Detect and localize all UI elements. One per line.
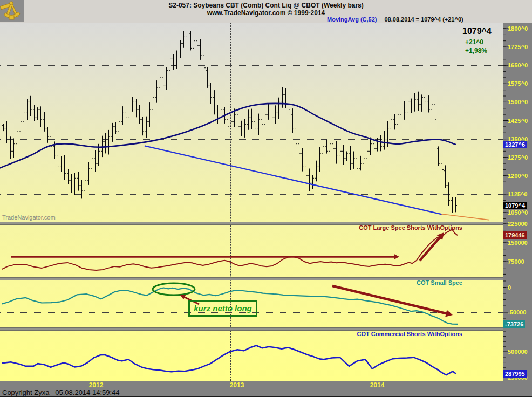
last-price-display: 1079^4 (462, 26, 492, 36)
gridline-h (0, 243, 503, 243)
gridline-h (0, 102, 503, 102)
annotation-kurz-netto-long: kurz netto long (188, 300, 257, 317)
y-axis-label: 1425^0 (508, 118, 528, 124)
year-label: 2014 (370, 381, 385, 389)
gridline-h (0, 139, 503, 140)
gridline-h (0, 288, 503, 288)
small-spec-value-box: -73726 (503, 320, 525, 328)
gridline-h (0, 194, 503, 195)
gridline-h (0, 262, 503, 262)
ma-value-box: 1327^6 (503, 141, 527, 148)
y-axis-label: 500000 (508, 348, 528, 355)
gridline-h (0, 176, 503, 176)
panel-title-commercial: COT Commercial Shorts WithOptions (357, 331, 462, 337)
y-axis-label: 1275^0 (508, 154, 528, 161)
panel-title-small-spec: COT Small Spec (417, 279, 462, 286)
gridline-h (0, 352, 503, 352)
y-axis-label: 1800^0 (508, 25, 528, 32)
y-axis-label: 225000 (508, 221, 528, 227)
y-axis-label: 1725^0 (508, 44, 528, 50)
time-axis: Copyright Zyxa 05.08.2014 14:59:44 20122… (0, 381, 532, 397)
gridline-h (0, 213, 503, 213)
copyright-text: Copyright Zyxa (2, 388, 49, 396)
price-change: +21^0 (465, 38, 483, 46)
commercial-value-box: 287995 (503, 370, 527, 378)
y-axis-label: 1200^0 (508, 173, 528, 179)
y-axis-label: -50000 (508, 309, 526, 316)
last-price-box: 1079^4 (503, 202, 527, 209)
y-axis-label: 1125^0 (508, 191, 527, 197)
y-axis-label: 1050^0 (508, 209, 528, 216)
gridline-h (0, 47, 503, 47)
y-axis-label: 1575^0 (508, 80, 528, 87)
sextant-icon (0, 0, 24, 22)
gridline-h (0, 158, 503, 158)
gridline-h (0, 65, 503, 66)
gridline-h (0, 121, 503, 121)
year-label: 2012 (89, 381, 104, 389)
timestamp: 05.08.2014 14:59:44 (55, 388, 119, 396)
y-axis-label: 1500^0 (508, 99, 528, 105)
y-axis-label: 150000 (508, 239, 528, 246)
indicator-value: 08.08.2014 = 1079^4 (+21^0) (385, 16, 463, 23)
watermark: TradeNavigator.com (2, 214, 56, 221)
y-axis-label: 0 (508, 284, 511, 291)
large-spec-value-box: 179446 (503, 231, 527, 239)
gridline-h (0, 378, 503, 378)
copyright-line: Copyright Zyxa 05.08.2014 14:59:44 (2, 388, 120, 396)
panel-title-large-spec: COT Large Spec Shorts WithOptions (359, 224, 462, 231)
year-label: 2013 (230, 381, 244, 389)
price-change-percent: +1,98% (465, 47, 487, 54)
indicator-name: MovingAvg (C,52) (327, 16, 377, 23)
gridline-h (0, 29, 503, 29)
y-axis-label: 75000 (508, 258, 524, 265)
y-axis-label: 1650^0 (508, 62, 528, 69)
tradenavigator-logo (0, 0, 24, 22)
chart-title: S2-057: Soybeans CBT (Comb) Cont Liq @ C… (0, 2, 532, 9)
indicator-legend: MovingAvg (C,52)08.08.2014 = 1079^4 (+21… (327, 16, 463, 23)
chart-subtitle: www.TradeNavigator.com © 1999-2014 (0, 9, 532, 17)
gridline-h (0, 84, 503, 84)
tradenavigator-chart-window: S2-057: Soybeans CBT (Comb) Cont Liq @ C… (0, 0, 532, 397)
